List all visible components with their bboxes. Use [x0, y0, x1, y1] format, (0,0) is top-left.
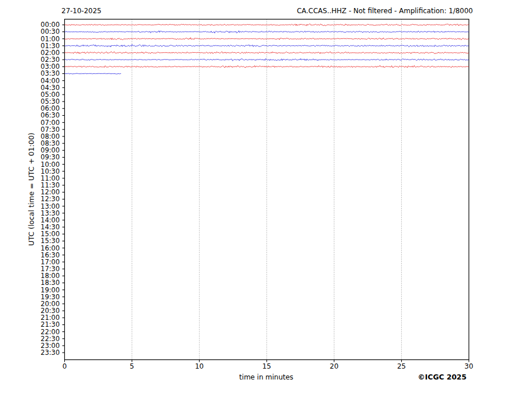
seismic-trace-0130	[65, 44, 469, 47]
y-tick-label: 10:30	[17, 168, 60, 175]
y-tick-label: 19:30	[17, 294, 60, 300]
y-tick-label: 01:30	[17, 42, 60, 49]
x-tick-label: 5	[123, 363, 141, 370]
y-tick-label: 22:00	[17, 328, 60, 335]
x-tick-label: 15	[258, 363, 275, 370]
seismic-trace-0030	[65, 31, 469, 33]
y-tick-label: 04:00	[17, 77, 60, 84]
y-tick-label: 06:30	[17, 112, 60, 119]
seismic-trace-0000	[65, 24, 469, 26]
x-tick-label: 30	[460, 363, 477, 370]
helicorder-page: 27-10-2025 CA.CCAS..HHZ - Not filtered -…	[0, 0, 532, 399]
seismogram-plot	[0, 0, 532, 399]
y-tick-label: 01:00	[17, 36, 60, 42]
y-tick-label: 12:30	[17, 195, 60, 202]
y-tick-label: 13:30	[17, 210, 60, 217]
y-tick-label: 18:30	[17, 279, 60, 286]
x-axis-title: time in minutes	[239, 373, 293, 381]
seismic-trace-0230	[65, 58, 469, 61]
y-tick-label: 07:00	[17, 119, 60, 126]
y-tick-label: 16:30	[17, 252, 60, 259]
x-tick-label: 0	[56, 363, 73, 370]
y-axis-title: UTC (local time = UTC + 01:00)	[27, 132, 36, 246]
copyright-credit: ©ICGC 2025	[418, 373, 467, 381]
x-tick-label: 25	[393, 363, 410, 370]
y-tick-label: 04:30	[17, 84, 60, 91]
y-tick-label: 23:30	[17, 349, 60, 356]
y-tick-label: 16:00	[17, 245, 60, 252]
y-tick-label: 10:00	[17, 161, 60, 168]
x-tick-label: 10	[191, 363, 208, 370]
x-tick-label: 20	[325, 363, 343, 370]
y-tick-label: 15:30	[17, 237, 60, 244]
y-tick-label: 22:30	[17, 335, 60, 342]
y-tick-label: 19:00	[17, 287, 60, 294]
y-tick-label: 00:30	[17, 28, 60, 35]
y-tick-label: 07:30	[17, 126, 60, 133]
y-tick-label: 13:00	[17, 203, 60, 210]
y-tick-label: 21:30	[17, 321, 60, 328]
seismic-trace-0330	[65, 73, 121, 74]
y-tick-label: 09:30	[17, 154, 60, 161]
y-tick-label: 03:30	[17, 70, 60, 77]
